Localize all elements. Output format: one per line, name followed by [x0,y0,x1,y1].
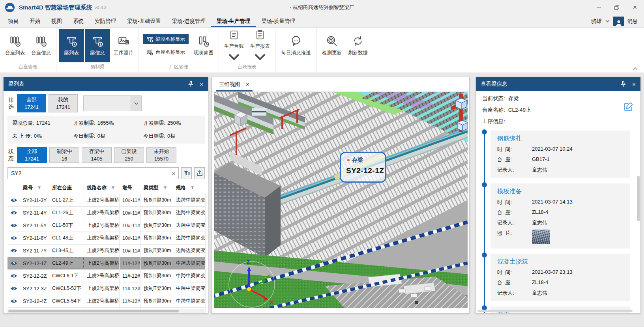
status-filter-button[interactable]: 存梁中1405 [82,147,112,163]
chevron-down-icon[interactable] [605,20,610,22]
eye-icon[interactable] [10,274,17,278]
clear-search-icon[interactable]: × [172,170,175,177]
filter-label: 筛选 [7,97,15,110]
menu-item[interactable]: 安防管理 [89,15,122,27]
filter-tool-button[interactable] [181,167,192,179]
column-filter-icon[interactable] [111,186,115,190]
table-row[interactable]: SY2-12-1Z CL2-49上 上虞2号高架桥 11#-12# 预制T梁30… [7,257,206,270]
search-input[interactable] [11,170,169,176]
eye-icon[interactable] [10,211,17,215]
ribbon-collapse-button[interactable] [633,67,638,70]
column-filter-icon[interactable] [191,186,194,190]
refresh-data-button[interactable]: 刷新数据 [345,29,371,62]
messages-button[interactable]: 消息 [627,18,638,25]
status-filter-button[interactable]: 全部17241 [17,147,47,163]
menu-item[interactable]: 项目 [2,15,24,27]
dropdown-chevron-icon[interactable] [254,51,266,62]
menu-item[interactable]: 视图 [46,15,67,27]
table-row[interactable]: SY2-11-5Y CL1-50下 上虞2号高架桥 10#-11# 预制T梁30… [7,219,206,232]
combo-chevron[interactable] [131,96,141,111]
restore-button[interactable] [608,0,626,15]
eye-icon[interactable] [10,223,17,228]
table-row[interactable]: SY2-12-2Z CWCL6-1下 上虞2号高架桥 11#-12# 预制T梁3… [7,270,206,282]
eye-icon[interactable] [10,261,17,265]
table-row[interactable]: SY2-11-4Y CL1-26上 上虞2号高架桥 10#-11# 预制T梁30… [7,207,206,219]
eye-icon[interactable] [10,198,17,202]
horizontal-scrollbar[interactable] [7,309,206,313]
pedestal-info-button[interactable]: 台座信息 [28,29,54,62]
edit-pedestal-button[interactable] [624,102,633,111]
cell-line-name: 上虞2号高架桥 [84,257,120,269]
export-icon [197,170,203,176]
menu-item[interactable]: 梁场-质量管理 [256,15,301,27]
table-row[interactable]: SY2-11-7Y CL3-45上 上虞2号高架桥 10#-11# 预制T梁30… [7,245,206,257]
check-update-button[interactable]: 检测更新 [319,29,344,62]
scrollbar-thumb[interactable] [8,310,179,312]
production-ledger-button[interactable]: 生产台账 [221,29,247,62]
daily-message-push-button[interactable]: 每日消息推送 [278,29,314,62]
column-filter-icon[interactable] [163,186,167,190]
status-diagram-icon [198,35,210,47]
menu-item[interactable]: 梁场-生产管理 [211,15,256,27]
filter-button[interactable]: 全部17241 [17,94,46,112]
cell-pedestal: CWCL5-54下 [49,295,84,307]
close-window-button[interactable]: × [626,0,644,15]
cell-line-name: 上虞2号高架桥 [84,232,120,244]
timeline-dot-icon [482,182,487,187]
production-report-button[interactable]: 生产报表 [247,29,273,62]
eye-icon[interactable] [10,249,17,253]
cell-pedestal: CL1-48上 [49,232,84,244]
table-row[interactable]: SY2-11-6Y CL1-48上 上虞2号高架桥 10#-11# 预制T梁30… [7,232,206,245]
status-filter-button[interactable]: 未开始15570 [146,147,176,163]
process-photo-button[interactable]: 工序照片 [111,29,136,62]
pin-icon[interactable] [621,81,626,87]
menu-item[interactable]: 梁场-进度管理 [167,15,212,27]
pin-icon[interactable] [188,81,193,87]
menu-item[interactable]: 系统 [67,15,89,27]
column-filter-icon[interactable] [37,186,41,190]
horizontal-scrollbar-thumb[interactable] [477,310,633,312]
ribbon-group-label: 预制梁 [59,63,136,71]
beam-name-display-toggle[interactable]: 梁段名称显示 [143,34,189,44]
status-filter-button[interactable]: 制梁中16 [49,147,79,163]
table-row[interactable]: SY2-12-4Z CWCL5-54下 上虞2号高架桥 11#-12# 预制T梁… [7,295,206,308]
close-panel-icon[interactable]: × [632,81,636,87]
minimize-button[interactable] [590,0,608,15]
status-filter-button[interactable]: 已架设250 [114,147,144,163]
eye-icon[interactable] [10,236,17,240]
stat-item: 开累架梁:250榀 [143,120,202,127]
process-step-title[interactable]: 模板准备 [497,187,625,196]
cell-pedestal: CL2-49上 [49,257,84,269]
eye-icon[interactable] [10,286,17,291]
table-row[interactable]: SY2-11-3Y CL1-27上 上虞2号高架桥 10#-11# 预制T梁30… [7,194,206,207]
view-cube-icon[interactable] [456,98,467,109]
current-status-diagram-button[interactable]: 现状简图 [191,29,216,62]
export-tool-button[interactable] [194,167,205,179]
close-tab-icon[interactable]: × [246,81,249,88]
user-name[interactable]: 骆雄 [591,18,602,25]
eye-icon[interactable] [10,299,17,303]
close-panel-icon[interactable]: × [200,81,203,87]
beam-list-button[interactable]: 梁列表 [59,29,84,62]
process-step-title[interactable]: 钢筋绑扎 [497,135,625,143]
vertical-scrollbar-thumb[interactable] [637,176,640,221]
menu-item[interactable]: 梁场-基础设置 [122,15,167,27]
table-row[interactable]: SY2-12-3Z CWCL5-52下 上虞2号高架桥 11#-12# 预制T梁… [7,282,206,295]
beam-info-button[interactable]: 梁信息 [85,29,110,62]
menu-item[interactable]: 开始 [24,15,46,27]
current-status-value: 存梁 [508,95,519,102]
process-photo-thumbnail[interactable] [532,230,550,244]
pedestal-list-button[interactable]: 台座列表 [2,29,28,62]
filter-button[interactable]: 我的17241 [49,94,78,112]
pedestal-name-display-toggle[interactable]: 台座名称显示 [143,47,189,57]
tab-3d-view[interactable]: 三维视图 × [216,77,253,92]
avatar[interactable] [613,17,624,26]
process-step-title[interactable]: 混凝土浇筑 [497,258,625,266]
filter-combo[interactable] [83,95,142,111]
3d-viewport[interactable]: 存梁 SY2-12-1Z Z Y X [214,92,468,308]
svg-text:Y: Y [267,273,271,279]
dropdown-chevron-icon[interactable] [228,51,240,62]
cell-spec: 边跨中梁简变连 [173,219,206,232]
view-cube-icon[interactable] [457,120,468,131]
panel-title: 梁列表 [8,80,24,88]
